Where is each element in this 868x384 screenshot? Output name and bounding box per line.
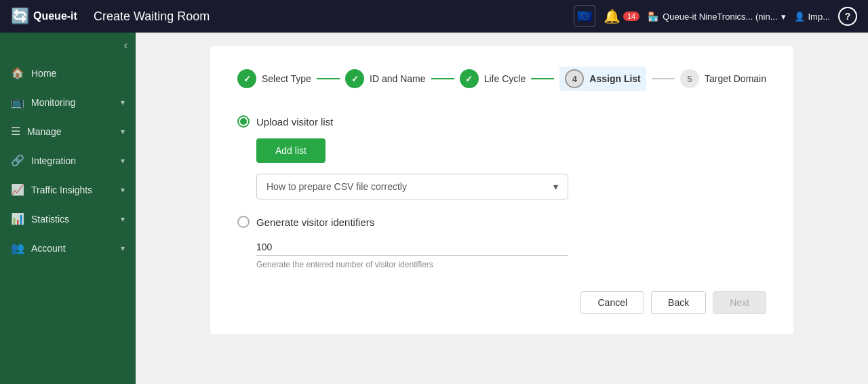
chevron-down-icon: ▾ <box>553 181 558 192</box>
sidebar-item-label: Home <box>31 68 125 79</box>
main-content: ✓ Select Type ✓ ID and Name ✓ Life Cycle <box>136 33 868 384</box>
add-list-button[interactable]: Add list <box>256 138 326 163</box>
step-connector-2 <box>431 78 454 79</box>
sidebar-item-traffic-insights[interactable]: 📈 Traffic Insights ▾ <box>0 175 136 204</box>
account-icon: 👥 <box>11 242 24 254</box>
chevron-down-icon: ▾ <box>121 185 125 195</box>
input-hint: Generate the entered number of visitor i… <box>256 260 766 269</box>
chevron-down-icon: ▾ <box>781 12 786 22</box>
account-menu[interactable]: 🏪 Queue-it NineTronics... (nin... ▾ <box>648 12 786 22</box>
upload-radio-input[interactable] <box>237 115 250 128</box>
sidebar-item-home[interactable]: 🏠 Home <box>0 58 136 88</box>
step-circle-target-domain: 5 <box>680 69 699 88</box>
step-target-domain: 5 Target Domain <box>680 69 766 88</box>
chevron-down-icon: ▾ <box>121 127 125 136</box>
wizard-steps: ✓ Select Type ✓ ID and Name ✓ Life Cycle <box>237 66 766 91</box>
csv-dropdown-label: How to prepare CSV file correctly <box>267 181 407 192</box>
sidebar-item-label: Traffic Insights <box>31 185 114 195</box>
step-connector-4 <box>652 78 675 79</box>
collapse-icon: ‹ <box>124 39 127 52</box>
logo[interactable]: 🔄 Queue-it <box>11 7 77 25</box>
sidebar-item-label: Manage <box>27 126 114 137</box>
step-life-cycle: ✓ Life Cycle <box>460 69 526 88</box>
step-circle-assign-list: 4 <box>565 69 584 88</box>
integration-icon: 🔗 <box>11 154 24 167</box>
account-name: Queue-it NineTronics... (nin... <box>663 12 777 22</box>
upload-option-section: Upload visitor list Add list How to prep… <box>237 115 766 199</box>
step-label-id-and-name: ID and Name <box>370 73 425 84</box>
bell-icon: 🔔 <box>604 8 620 24</box>
sidebar-item-manage[interactable]: ☰ Manage ▾ <box>0 117 136 146</box>
logo-text: Queue-it <box>33 10 77 22</box>
step-label-target-domain: Target Domain <box>705 73 766 84</box>
generate-radio-input[interactable] <box>237 216 250 228</box>
chevron-down-icon: ▾ <box>121 156 125 166</box>
traffic-insights-icon: 📈 <box>11 183 24 196</box>
sidebar: ‹ 🏠 Home 📺 Monitoring ▾ ☰ Manage ▾ 🔗 Int… <box>0 33 136 384</box>
step-id-and-name: ✓ ID and Name <box>345 69 425 88</box>
header-actions: 🇪🇺 🔔 14 🏪 Queue-it NineTronics... (nin..… <box>574 5 857 27</box>
upload-visitor-list-label: Upload visitor list <box>256 116 333 128</box>
layout: ‹ 🏠 Home 📺 Monitoring ▾ ☰ Manage ▾ 🔗 Int… <box>0 33 868 384</box>
sidebar-item-statistics[interactable]: 📊 Statistics ▾ <box>0 204 136 233</box>
step-label-life-cycle: Life Cycle <box>484 73 526 84</box>
header: 🔄 Queue-it Create Waiting Room 🇪🇺 🔔 14 🏪… <box>0 0 868 33</box>
statistics-icon: 📊 <box>11 212 24 225</box>
step-circle-select-type: ✓ <box>237 69 256 88</box>
wizard-card: ✓ Select Type ✓ ID and Name ✓ Life Cycle <box>210 46 793 334</box>
generate-option-section: Generate visitor identifiers Generate th… <box>237 216 766 269</box>
logo-icon: 🔄 <box>11 7 29 25</box>
sidebar-item-integration[interactable]: 🔗 Integration ▾ <box>0 146 136 175</box>
import-label: Imp... <box>808 12 830 22</box>
notification-count: 14 <box>623 12 639 21</box>
help-label: ? <box>845 11 851 22</box>
visitor-count-input[interactable] <box>256 239 568 256</box>
step-connector-3 <box>531 78 554 79</box>
step-label-select-type: Select Type <box>262 73 311 84</box>
chevron-down-icon: ▾ <box>121 98 125 107</box>
sidebar-item-label: Integration <box>31 155 114 166</box>
step-connector-1 <box>317 78 340 79</box>
step-label-assign-list: Assign List <box>589 73 640 84</box>
form-footer: Cancel Back Next <box>237 291 766 314</box>
chevron-down-icon: ▾ <box>121 214 125 224</box>
generate-visitor-identifiers-label: Generate visitor identifiers <box>256 216 374 228</box>
help-button[interactable]: ? <box>838 7 857 26</box>
user-icon: 👤 <box>794 12 805 22</box>
step-assign-list: 4 Assign List <box>559 66 646 91</box>
sidebar-item-label: Monitoring <box>31 97 114 108</box>
step-circle-id-and-name: ✓ <box>345 69 364 88</box>
eu-flag-icon[interactable]: 🇪🇺 <box>574 5 595 27</box>
generate-visitor-identifiers-option[interactable]: Generate visitor identifiers <box>237 216 766 228</box>
page-title: Create Waiting Room <box>94 9 574 24</box>
sidebar-item-monitoring[interactable]: 📺 Monitoring ▾ <box>0 88 136 117</box>
cancel-button[interactable]: Cancel <box>580 291 644 314</box>
notifications-bell[interactable]: 🔔 14 <box>604 8 639 24</box>
step-circle-life-cycle: ✓ <box>460 69 479 88</box>
account-icon: 🏪 <box>648 12 658 22</box>
next-button: Next <box>713 291 766 314</box>
import-button[interactable]: 👤 Imp... <box>794 12 830 22</box>
sidebar-item-label: Account <box>31 243 114 254</box>
upload-visitor-list-option[interactable]: Upload visitor list <box>237 115 766 128</box>
sidebar-item-label: Statistics <box>31 214 114 225</box>
manage-icon: ☰ <box>11 125 20 138</box>
chevron-down-icon: ▾ <box>121 244 125 253</box>
step-select-type: ✓ Select Type <box>237 69 311 88</box>
back-button[interactable]: Back <box>651 291 706 314</box>
sidebar-item-account[interactable]: 👥 Account ▾ <box>0 233 136 263</box>
home-icon: 🏠 <box>11 66 24 79</box>
sidebar-collapse-button[interactable]: ‹ <box>0 33 136 58</box>
csv-dropdown[interactable]: How to prepare CSV file correctly ▾ <box>256 174 568 199</box>
monitoring-icon: 📺 <box>11 96 24 109</box>
